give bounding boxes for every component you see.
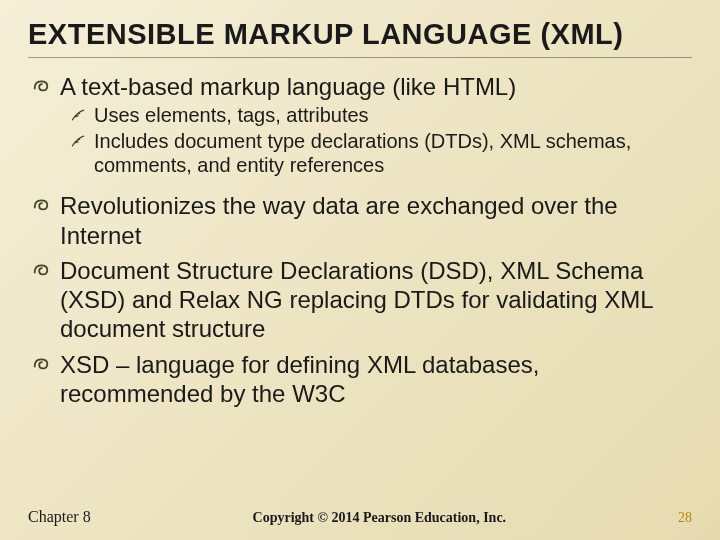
loop-bullet-icon — [32, 76, 50, 94]
chapter-label: Chapter 8 — [28, 508, 91, 526]
feather-bullet-icon — [70, 133, 86, 149]
bullet-item: Revolutionizes the way data are exchange… — [32, 191, 692, 250]
bullet-list-level2: Uses elements, tags, attributes Includes… — [60, 101, 692, 185]
sub-bullet-text: Uses elements, tags, attributes — [94, 104, 369, 126]
bullet-text: Document Structure Declarations (DSD), X… — [60, 257, 653, 343]
loop-bullet-icon — [32, 195, 50, 213]
copyright-text: Copyright © 2014 Pearson Education, Inc. — [91, 510, 668, 526]
bullet-list-level1: A text-based markup language (like HTML)… — [28, 72, 692, 408]
bullet-item: Document Structure Declarations (DSD), X… — [32, 256, 692, 344]
bullet-item: A text-based markup language (like HTML)… — [32, 72, 692, 185]
slide-title: EXTENSIBLE MARKUP LANGUAGE (XML) — [28, 18, 692, 51]
loop-bullet-icon — [32, 260, 50, 278]
loop-bullet-icon — [32, 354, 50, 372]
footer: Chapter 8 Copyright © 2014 Pearson Educa… — [0, 508, 720, 526]
title-rule — [28, 57, 692, 58]
bullet-text: Revolutionizes the way data are exchange… — [60, 192, 618, 248]
sub-bullet-item: Uses elements, tags, attributes — [70, 103, 692, 127]
sub-bullet-item: Includes document type declarations (DTD… — [70, 129, 692, 177]
sub-bullet-text: Includes document type declarations (DTD… — [94, 130, 631, 176]
bullet-text: XSD – language for defining XML database… — [60, 351, 539, 407]
bullet-text: A text-based markup language (like HTML) — [60, 73, 516, 100]
page-number: 28 — [668, 510, 692, 526]
slide: EXTENSIBLE MARKUP LANGUAGE (XML) A text-… — [0, 0, 720, 540]
feather-bullet-icon — [70, 107, 86, 123]
bullet-item: XSD – language for defining XML database… — [32, 350, 692, 409]
